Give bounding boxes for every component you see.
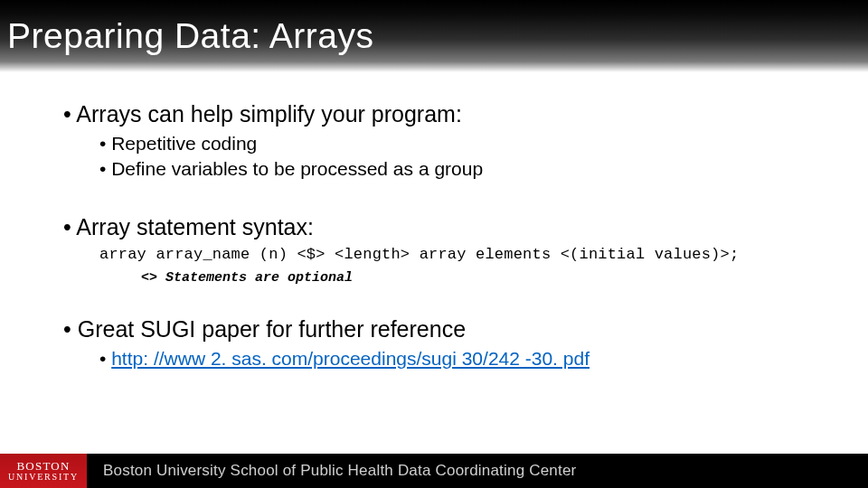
logo-line1: BOSTON (17, 460, 71, 472)
bu-logo: BOSTON UNIVERSITY (0, 454, 87, 488)
bullet-level1: Array statement syntax: (63, 214, 823, 240)
bullet-level1: Arrays can help simplify your program: (63, 101, 823, 127)
bullet-level1: Great SUGI paper for further reference (63, 316, 823, 343)
code-note: <> Statements are optional (141, 270, 823, 286)
logo-line2: UNIVERSITY (8, 473, 79, 482)
slide-content: Arrays can help simplify your program: R… (0, 72, 868, 454)
bullet-level2: http: //www 2. sas. com/proceedings/sugi… (99, 348, 823, 370)
title-bar: Preparing Data: Arrays (0, 0, 868, 72)
code-line: array array_name (n) <$> <length> array … (99, 246, 823, 263)
bullet-level2: Repetitive coding (99, 133, 823, 155)
slide: Preparing Data: Arrays Arrays can help s… (0, 0, 868, 488)
reference-link[interactable]: http: //www 2. sas. com/proceedings/sugi… (111, 348, 590, 369)
footer-text: Boston University School of Public Healt… (103, 462, 576, 480)
slide-title: Preparing Data: Arrays (7, 16, 374, 56)
footer-bar: BOSTON UNIVERSITY Boston University Scho… (0, 454, 868, 488)
bullet-level2: Define variables to be processed as a gr… (99, 158, 823, 180)
bullet-marker (99, 348, 111, 369)
